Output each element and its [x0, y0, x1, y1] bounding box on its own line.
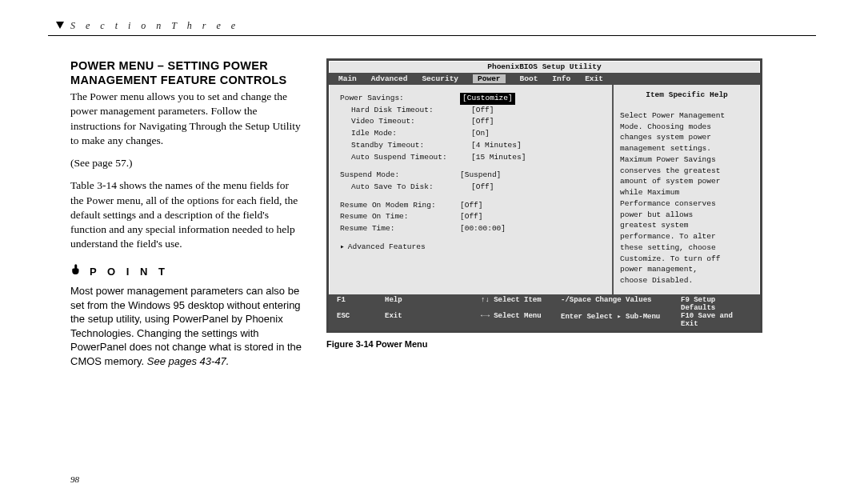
setting-label: Resume Time:	[340, 223, 460, 235]
help-line: Mode. Choosing modes	[620, 122, 754, 133]
help-line: Maximum Power Savings	[620, 154, 754, 166]
point-body: Most power management parameters can als…	[70, 284, 302, 368]
figure-caption: Figure 3-14 Power Menu	[326, 339, 816, 349]
hint-exit: Exit	[385, 312, 481, 328]
setting-value: [Suspend]	[460, 170, 501, 182]
bios-settings-pane: Power Savings:[Customize]Hard Disk Timeo…	[329, 85, 612, 294]
setting-label: Idle Mode:	[351, 128, 471, 140]
setting-value: [Off]	[460, 211, 483, 223]
help-line: changes system power	[620, 132, 754, 143]
hand-point-icon	[70, 262, 85, 281]
bios-screenshot: PhoenixBIOS Setup Utility MainAdvancedSe…	[326, 58, 762, 333]
bios-title: PhoenixBIOS Setup Utility	[329, 61, 760, 73]
help-line: amount of system power	[620, 176, 754, 187]
help-line: these setting, choose	[620, 242, 754, 254]
point-heading: P O I N T	[70, 262, 302, 281]
hint-change: -/Space Change Values	[561, 296, 681, 312]
bios-body: Power Savings:[Customize]Hard Disk Timeo…	[329, 85, 760, 294]
hint-save: F10 Save and Exit	[681, 312, 752, 328]
hint-submenu: Enter Select ▸ Sub-Menu	[561, 312, 681, 328]
left-column: POWER MENU – SETTING POWER MANAGEMENT FE…	[70, 58, 302, 368]
setting-label: Resume On Modem Ring:	[340, 200, 460, 212]
setting-value: [Off]	[460, 200, 483, 212]
help-line: Select Power Management	[620, 110, 754, 122]
menu-tab-security: Security	[422, 74, 458, 83]
setting-value: [Customize]	[460, 93, 515, 105]
page: S e c t i o n T h r e e POWER MENU – SET…	[48, 20, 816, 484]
setting-label: Hard Disk Timeout:	[351, 105, 471, 117]
setting-label: Power Savings:	[340, 93, 460, 105]
point-callout: P O I N T Most power management paramete…	[70, 262, 302, 368]
table-desc-paragraph: Table 3-14 shows the names of the menu f…	[70, 178, 302, 251]
setting-label: Video Timeout:	[351, 116, 471, 128]
intro-paragraph: The Power menu allows you to set and cha…	[70, 90, 302, 148]
help-line: management settings.	[620, 143, 754, 154]
help-line: conserves the greatest	[620, 166, 754, 177]
bios-footer: F1 Help ↑↓ Select Item -/Space Change Va…	[329, 294, 760, 330]
bios-help-pane: Item Specific Help Select Power Manageme…	[612, 85, 760, 294]
help-line: power but allows	[620, 210, 754, 221]
setting-label: Standby Timeout:	[351, 140, 471, 152]
setting-label: Auto Save To Disk:	[351, 182, 471, 194]
setting-value: [On]	[471, 128, 490, 140]
menu-tab-advanced: Advanced	[371, 74, 408, 83]
hint-help: Help	[385, 296, 481, 312]
key-updown: ↑↓ Select Item	[481, 296, 561, 312]
menu-tab-info: Info	[552, 74, 570, 83]
help-line: performance. To alter	[620, 231, 754, 242]
setting-value: [00:00:00]	[460, 223, 506, 235]
page-number: 98	[70, 474, 79, 484]
see-page-ref: (See page 57.)	[70, 156, 302, 170]
right-column: PhoenixBIOS Setup Utility MainAdvancedSe…	[326, 58, 816, 368]
content-columns: POWER MENU – SETTING POWER MANAGEMENT FE…	[48, 58, 816, 368]
setting-label: Resume On Time:	[340, 211, 460, 223]
help-line: while Maximum	[620, 187, 754, 198]
setting-value: [Off]	[471, 105, 494, 117]
key-f1: F1	[337, 296, 385, 312]
help-line: power management,	[620, 264, 754, 275]
page-heading: POWER MENU – SETTING POWER MANAGEMENT FE…	[70, 58, 302, 87]
point-label: P O I N T	[90, 265, 169, 279]
setting-label: Auto Suspend Timeout:	[351, 152, 471, 164]
key-leftright: ←→ Select Menu	[481, 312, 561, 328]
menu-tab-boot: Boot	[520, 74, 538, 83]
setting-value: [15 Minutes]	[471, 152, 526, 164]
setting-value: [Off]	[471, 182, 494, 194]
bios-menubar: MainAdvancedSecurityPowerBootInfoExit	[329, 73, 760, 85]
help-line: choose Disabled.	[620, 275, 754, 286]
menu-tab-power: Power	[473, 74, 506, 83]
help-heading: Item Specific Help	[620, 90, 754, 101]
hint-defaults: F9 Setup Defaults	[681, 296, 752, 312]
help-line: greatest system	[620, 220, 754, 231]
menu-tab-main: Main	[338, 74, 357, 83]
running-head: S e c t i o n T h r e e	[48, 20, 816, 36]
point-page-ref: See pages 43-47.	[147, 355, 230, 367]
setting-label: Advanced Features	[340, 242, 460, 254]
setting-value: [4 Minutes]	[471, 140, 522, 152]
setting-label: Suspend Mode:	[340, 170, 460, 182]
help-line: Customize. To turn off	[620, 254, 754, 265]
help-body: Select Power ManagementMode. Choosing mo…	[620, 110, 754, 286]
menu-tab-exit: Exit	[585, 74, 603, 83]
key-esc: ESC	[337, 312, 385, 328]
setting-value: [Off]	[471, 116, 494, 128]
help-line: Performance conserves	[620, 198, 754, 210]
